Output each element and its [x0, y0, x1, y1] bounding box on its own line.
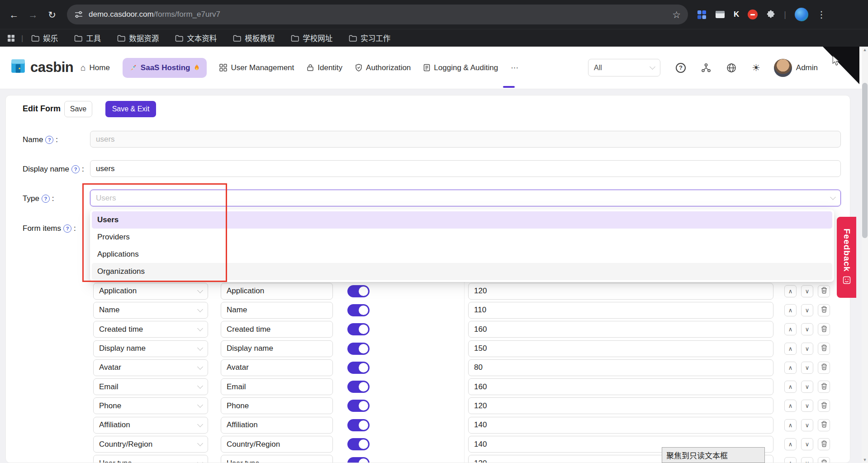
- item-visible-toggle[interactable]: [347, 323, 370, 335]
- address-bar[interactable]: demo.casdoor.com /forms/form_e7urv7 ☆: [67, 5, 688, 24]
- type-select[interactable]: Users: [90, 190, 841, 206]
- organization-filter-select[interactable]: All: [588, 59, 660, 76]
- move-up-button[interactable]: ∧: [784, 438, 797, 450]
- move-down-button[interactable]: ∨: [801, 362, 813, 374]
- item-width-input[interactable]: [468, 378, 773, 395]
- item-display-name-input[interactable]: [221, 321, 333, 338]
- card-extension-icon[interactable]: [715, 10, 725, 19]
- item-width-input[interactable]: [468, 340, 773, 357]
- bookmark-folder[interactable]: 学校网址: [291, 33, 332, 43]
- casdoor-logo[interactable]: casbin: [10, 58, 73, 76]
- item-display-name-input[interactable]: [221, 417, 333, 434]
- item-name-select[interactable]: Display name: [93, 340, 208, 357]
- help-icon[interactable]: ?: [71, 165, 80, 173]
- save-button[interactable]: Save: [64, 101, 92, 117]
- delete-row-button[interactable]: [818, 285, 830, 297]
- admin-name[interactable]: Admin: [796, 63, 818, 72]
- back-button[interactable]: ←: [5, 5, 24, 24]
- move-down-button[interactable]: ∨: [801, 323, 813, 335]
- org-tree-icon[interactable]: [701, 63, 711, 73]
- nav-item-home[interactable]: ⌂Home: [81, 63, 110, 72]
- item-name-select[interactable]: Name: [93, 302, 208, 319]
- item-display-name-input[interactable]: [221, 378, 333, 395]
- theme-sun-icon[interactable]: ☀: [752, 63, 760, 72]
- item-visible-toggle[interactable]: [347, 457, 370, 463]
- blue-grid-extension-icon[interactable]: [697, 10, 707, 19]
- item-display-name-input[interactable]: [221, 397, 333, 414]
- item-name-select[interactable]: Phone: [93, 397, 208, 414]
- item-name-select[interactable]: Created time: [93, 321, 208, 338]
- move-up-button[interactable]: ∧: [784, 304, 797, 316]
- language-globe-icon[interactable]: [726, 63, 736, 73]
- item-name-select[interactable]: Country/Region: [93, 436, 208, 453]
- move-down-button[interactable]: ∨: [801, 343, 813, 355]
- move-up-button[interactable]: ∧: [784, 419, 797, 431]
- nav-item-identity[interactable]: Identity: [307, 63, 342, 72]
- feedback-tab[interactable]: Feedback: [837, 217, 856, 298]
- move-up-button[interactable]: ∧: [784, 381, 797, 393]
- bookmark-folder[interactable]: 工具: [74, 33, 101, 43]
- page-scrollbar[interactable]: ▲ ▼: [862, 47, 868, 463]
- type-option-applications[interactable]: Applications: [92, 246, 832, 263]
- item-display-name-input[interactable]: [221, 302, 333, 319]
- move-down-button[interactable]: ∨: [801, 285, 813, 297]
- admin-avatar[interactable]: [774, 59, 792, 77]
- delete-row-button[interactable]: [818, 304, 830, 316]
- puzzle-extensions-icon[interactable]: [766, 10, 775, 19]
- help-icon[interactable]: ?: [45, 136, 53, 144]
- item-name-select[interactable]: Email: [93, 378, 208, 395]
- move-up-button[interactable]: ∧: [784, 362, 797, 374]
- delete-row-button[interactable]: [818, 323, 830, 335]
- delete-row-button[interactable]: [818, 419, 830, 431]
- move-down-button[interactable]: ∨: [801, 400, 813, 412]
- nav-item-logging-auditing[interactable]: Logging & Auditing: [423, 63, 498, 72]
- bookmark-folder[interactable]: 实习工作: [349, 33, 390, 43]
- delete-row-button[interactable]: [818, 381, 830, 393]
- save-and-exit-button[interactable]: Save & Exit: [105, 101, 156, 117]
- move-up-button[interactable]: ∧: [784, 400, 797, 412]
- item-visible-toggle[interactable]: [347, 381, 370, 393]
- item-display-name-input[interactable]: [221, 359, 333, 376]
- delete-row-button[interactable]: [818, 438, 830, 450]
- type-option-users[interactable]: Users: [92, 211, 832, 229]
- item-visible-toggle[interactable]: [347, 304, 370, 316]
- move-down-button[interactable]: ∨: [801, 304, 813, 316]
- move-up-button[interactable]: ∧: [784, 285, 797, 297]
- bookmark-folder[interactable]: 模板教程: [233, 33, 275, 43]
- delete-row-button[interactable]: [818, 343, 830, 355]
- type-option-organizations[interactable]: Organizations: [92, 263, 832, 280]
- display-name-input[interactable]: [90, 160, 841, 177]
- move-up-button[interactable]: ∧: [784, 323, 797, 335]
- nav-item-saas-hosting[interactable]: SaaS Hosting: [123, 58, 207, 78]
- browser-profile-avatar[interactable]: [795, 8, 808, 21]
- delete-row-button[interactable]: [818, 362, 830, 374]
- reload-button[interactable]: ↻: [43, 5, 62, 24]
- k-extension-icon[interactable]: K: [734, 10, 739, 19]
- name-input[interactable]: [90, 131, 841, 148]
- item-width-input[interactable]: [468, 359, 773, 376]
- nav-item-more[interactable]: ···: [511, 63, 518, 72]
- delete-row-button[interactable]: [818, 400, 830, 412]
- move-down-button[interactable]: ∨: [801, 381, 813, 393]
- item-display-name-input[interactable]: [221, 436, 333, 453]
- forward-button[interactable]: →: [24, 5, 43, 24]
- item-visible-toggle[interactable]: [347, 285, 370, 297]
- browser-menu-icon[interactable]: ⋮: [817, 10, 826, 19]
- item-name-select[interactable]: User type: [93, 455, 208, 463]
- item-width-input[interactable]: [468, 283, 773, 300]
- move-up-button[interactable]: ∧: [784, 343, 797, 355]
- type-option-providers[interactable]: Providers: [92, 229, 832, 246]
- item-visible-toggle[interactable]: [347, 419, 370, 431]
- apps-grid-icon[interactable]: [7, 34, 15, 42]
- item-display-name-input[interactable]: [221, 340, 333, 357]
- move-up-button[interactable]: ∧: [784, 457, 797, 463]
- bookmark-folder[interactable]: 文本资料: [175, 33, 217, 43]
- red-extension-icon[interactable]: [748, 10, 758, 19]
- move-down-button[interactable]: ∨: [801, 419, 813, 431]
- help-icon[interactable]: ?: [676, 63, 686, 73]
- item-visible-toggle[interactable]: [347, 362, 370, 374]
- bookmark-folder[interactable]: 数据资源: [117, 33, 159, 43]
- delete-row-button[interactable]: [818, 457, 830, 463]
- item-width-input[interactable]: [468, 417, 773, 434]
- move-down-button[interactable]: ∨: [801, 438, 813, 450]
